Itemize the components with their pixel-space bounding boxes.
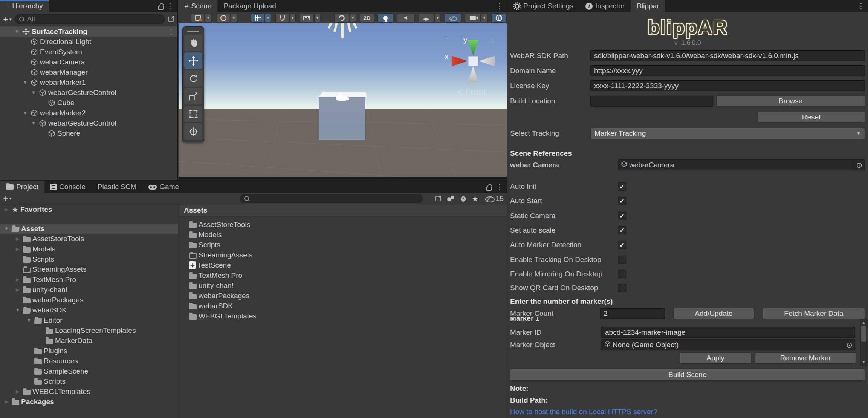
tree-row[interactable]: ▶Scripts: [0, 376, 178, 386]
tree-row[interactable]: ▶MarkerData: [0, 335, 178, 346]
tab-project-settings[interactable]: Project Settings: [507, 0, 579, 12]
axis-x-cone[interactable]: [452, 56, 468, 66]
tree-row[interactable]: ▼webarSDK: [0, 305, 178, 315]
ruler-button[interactable]: [300, 13, 314, 23]
tab-game[interactable]: Game: [142, 181, 185, 193]
reset-button[interactable]: Reset: [758, 112, 865, 123]
foldout-collapsed-icon[interactable]: ▶: [14, 277, 21, 282]
project-menu-icon[interactable]: ⋮: [496, 182, 504, 191]
tab-plastic-scm[interactable]: Plastic SCM: [92, 181, 142, 193]
marker-object-field[interactable]: None (Game Object) ⊙: [601, 339, 855, 350]
static-camera-checkbox[interactable]: [618, 212, 626, 220]
filter-by-type-icon[interactable]: [447, 196, 455, 202]
sdk-path-field[interactable]: sdk/blippar-webar-sdk-v1.6.0/webar-sdk/w…: [590, 50, 865, 61]
foldout-collapsed-icon[interactable]: ▶: [3, 399, 10, 404]
grid-snap-caret[interactable]: ▾: [265, 13, 271, 23]
object-picker-icon[interactable]: ⊙: [844, 340, 855, 350]
tree-row-favorites[interactable]: ▶ ★ Favorites: [0, 204, 178, 214]
effects-caret[interactable]: ▾: [434, 13, 441, 23]
project-search-input[interactable]: [240, 194, 423, 203]
auto-start-checkbox[interactable]: [618, 197, 626, 205]
globe-tool-button[interactable]: [217, 13, 230, 23]
scene-options-icon[interactable]: ⋮: [167, 27, 175, 36]
gizmo-center-cube[interactable]: [468, 56, 478, 66]
rotate-tool-button[interactable]: [184, 70, 202, 87]
gizmos-toggle-button[interactable]: [491, 13, 507, 23]
hierarchy-lock-icon[interactable]: [158, 3, 164, 12]
create-asset-button[interactable]: +▾: [3, 193, 12, 204]
asset-item[interactable]: webarSDK: [189, 301, 507, 311]
foldout-collapsed-icon[interactable]: ▶: [14, 389, 21, 394]
auto-init-checkbox[interactable]: [618, 182, 626, 191]
tab-hierarchy[interactable]: ≡ Hierarchy: [0, 0, 49, 12]
scroll-down-icon[interactable]: ▼: [860, 359, 867, 364]
marker-id-field[interactable]: abcd-1234-marker-image: [601, 327, 855, 338]
rect-tool-button[interactable]: [184, 106, 202, 122]
asset-item[interactable]: unity-chan!: [189, 280, 507, 291]
tab-inspector[interactable]: i Inspector: [579, 0, 631, 12]
scene-viewport[interactable]: —— ＝ y x: [179, 23, 507, 180]
move-tool-button[interactable]: [184, 52, 202, 69]
show-qr-card-desktop-checkbox[interactable]: [618, 284, 626, 292]
hierarchy-row[interactable]: ▼ EventSystem: [0, 47, 177, 57]
render-mode-button[interactable]: [334, 13, 349, 23]
tree-row[interactable]: ▶TextMesh Pro: [0, 274, 178, 285]
tab-blippar[interactable]: Blippar: [631, 0, 665, 12]
hierarchy-row-scene[interactable]: ▼ SurfaceTracking ⋮: [0, 26, 177, 37]
hierarchy-row[interactable]: ▼ Cube: [0, 98, 177, 108]
ruler-caret[interactable]: ▾: [314, 13, 321, 23]
open-search-window-icon[interactable]: [435, 196, 441, 201]
globe-caret[interactable]: ▾: [231, 13, 237, 23]
tool-strip-grip[interactable]: ——: [184, 28, 202, 34]
foldout-expanded-icon[interactable]: ▼: [30, 120, 37, 126]
tree-row-packages[interactable]: ▶Packages: [0, 397, 178, 407]
foldout-collapsed-icon[interactable]: ▶: [3, 207, 10, 212]
tab-console[interactable]: Console: [44, 181, 92, 193]
object-picker-icon[interactable]: ⊙: [853, 160, 865, 170]
tree-row-assets[interactable]: ▼ Assets: [0, 224, 178, 234]
tree-row[interactable]: ▶WEBGLTemplates: [0, 386, 178, 397]
asset-item[interactable]: TextMesh Pro: [189, 270, 507, 280]
transform-tool-button[interactable]: [184, 123, 202, 140]
foldout-expanded-icon[interactable]: ▼: [22, 80, 29, 85]
cube-object[interactable]: [319, 97, 365, 140]
asset-item[interactable]: TestScene: [189, 260, 507, 270]
asset-item[interactable]: webarPackages: [189, 291, 507, 301]
marker-scrollbar[interactable]: ▲ ▼: [860, 319, 867, 366]
hierarchy-row[interactable]: ▼ webarGestureControl: [0, 87, 177, 98]
hierarchy-row[interactable]: ▼ webarMarker2: [0, 108, 177, 118]
open-search-window-icon[interactable]: [168, 17, 174, 22]
axis-south-cone[interactable]: [468, 66, 478, 82]
foldout-expanded-icon[interactable]: ▼: [30, 90, 37, 95]
foldout-collapsed-icon[interactable]: ▶: [14, 287, 21, 292]
marker-count-field[interactable]: 2: [600, 308, 665, 319]
hierarchy-row[interactable]: ▼ Sphere: [0, 128, 177, 138]
set-auto-scale-checkbox[interactable]: [618, 226, 626, 234]
audio-mute-button[interactable]: [397, 13, 414, 23]
build-scene-button[interactable]: Build Scene: [510, 369, 865, 381]
scene-menu-icon[interactable]: ⋮: [496, 2, 504, 11]
asset-item[interactable]: StreamingAssets: [189, 250, 507, 260]
scene-visibility-button[interactable]: [445, 13, 461, 23]
asset-item[interactable]: WEBGLTemplates: [189, 311, 507, 321]
tree-row[interactable]: ▶unity-chan!: [0, 285, 178, 295]
camera-button[interactable]: [465, 13, 481, 23]
lighting-toggle-button[interactable]: [377, 13, 393, 23]
scrollbar-thumb[interactable]: [861, 326, 866, 342]
enable-tracking-desktop-checkbox[interactable]: [618, 256, 626, 264]
hierarchy-row[interactable]: ▼ webarGestureControl: [0, 118, 177, 128]
asset-item[interactable]: Scripts: [189, 240, 507, 250]
scroll-up-icon[interactable]: ▲: [860, 320, 867, 325]
project-lock-icon[interactable]: [486, 184, 492, 193]
pivot-caret[interactable]: ▾: [205, 13, 211, 23]
axis-y-cone[interactable]: [468, 40, 478, 56]
camera-caret[interactable]: ▾: [481, 13, 487, 23]
grid-snap-button[interactable]: [251, 13, 264, 23]
blippar-menu-icon[interactable]: ⋮: [857, 2, 865, 11]
hierarchy-search-input[interactable]: All: [15, 14, 165, 24]
asset-item[interactable]: AssetStoreTools: [189, 219, 507, 230]
hierarchy-row[interactable]: ▼ Directional Light: [0, 37, 177, 47]
apply-button[interactable]: Apply: [680, 352, 751, 364]
tree-row[interactable]: ▶Scripts: [0, 254, 178, 264]
asset-item[interactable]: Models: [189, 230, 507, 240]
